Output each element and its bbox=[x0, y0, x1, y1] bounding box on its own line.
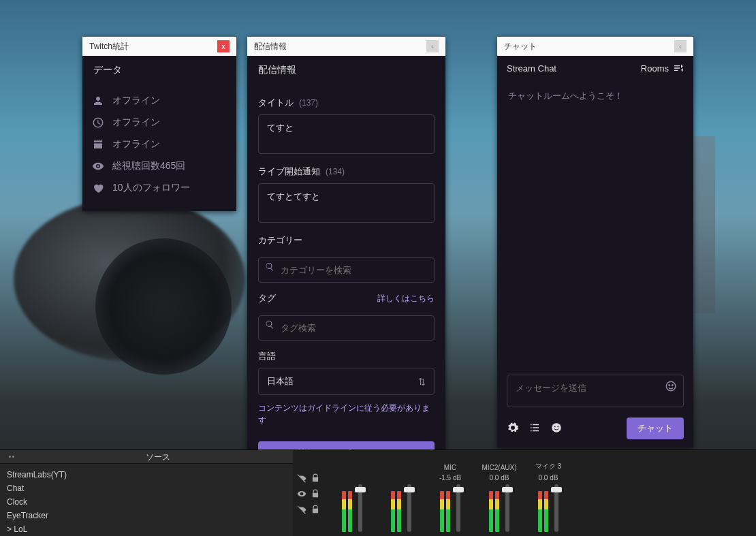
stat-clip: オフライン bbox=[92, 133, 227, 155]
mixer-channel bbox=[334, 479, 371, 532]
clapper-icon bbox=[92, 138, 104, 151]
gear-icon[interactable] bbox=[507, 422, 519, 436]
channel-slider[interactable] bbox=[358, 484, 362, 532]
stat-followers: 10人のフォロワー bbox=[92, 177, 227, 199]
panel-title: 配信情報 bbox=[254, 37, 287, 56]
svg-point-4 bbox=[554, 426, 556, 427]
tag-search-input[interactable] bbox=[258, 315, 435, 341]
channel-db: 0.0 dB bbox=[490, 474, 509, 482]
person-icon bbox=[92, 95, 104, 107]
lang-value: 日本語 bbox=[267, 375, 294, 388]
channel-name: MIC bbox=[444, 464, 456, 471]
chat-send-button[interactable]: チャット bbox=[627, 417, 684, 439]
channel-meters bbox=[489, 484, 509, 532]
guideline-link[interactable]: コンテンツはガイドラインに従う必要があります bbox=[258, 402, 435, 426]
smiley-icon[interactable] bbox=[550, 422, 563, 436]
list-icon[interactable] bbox=[529, 422, 541, 436]
clock-icon bbox=[92, 116, 104, 129]
close-icon[interactable]: ‹ bbox=[426, 40, 439, 52]
stat-text: 10人のフォロワー bbox=[112, 182, 190, 194]
chat-panel: チャット ‹ Stream Chat Rooms チャットルームへようこそ！ チ… bbox=[497, 37, 693, 447]
stat-text: オフライン bbox=[112, 116, 160, 129]
source-item[interactable]: EyeTracker bbox=[7, 509, 286, 522]
stat-text: オフライン bbox=[112, 95, 160, 107]
obs-sources-tab[interactable]: ソース bbox=[23, 450, 293, 464]
bg-wheel-blob bbox=[95, 238, 232, 375]
stat-text: 総視聴回数465回 bbox=[112, 160, 185, 172]
title-count: (137) bbox=[299, 98, 318, 108]
channel-slider[interactable] bbox=[456, 484, 460, 532]
lang-label: 言語 bbox=[258, 350, 435, 362]
category-search-input[interactable] bbox=[258, 257, 435, 283]
chat-subheader: Stream Chat Rooms bbox=[497, 56, 693, 80]
chat-messages: チャットルームへようこそ！ bbox=[497, 80, 693, 375]
rooms-icon bbox=[673, 63, 684, 74]
notify-label-text: ライブ開始通知 bbox=[258, 165, 320, 178]
emote-icon[interactable] bbox=[665, 380, 677, 394]
obs-source-list: StreamLabs(YT)ChatClockEyeTracker> LoLGC… bbox=[0, 464, 293, 536]
chat-welcome: チャットルームへようこそ！ bbox=[508, 90, 682, 102]
rooms-label: Rooms bbox=[641, 63, 669, 74]
stat-views: 総視聴回数465回 bbox=[92, 155, 227, 177]
channel-name: マイク 3 bbox=[535, 462, 561, 471]
title-input[interactable] bbox=[258, 114, 435, 154]
streaminfo-section-title: 配信情報 bbox=[247, 56, 445, 84]
close-icon[interactable]: x bbox=[217, 40, 230, 52]
search-icon bbox=[265, 319, 274, 331]
stats-list: オフライン オフライン オフライン 総視聴回数465回 10人のフォロワー bbox=[82, 84, 236, 211]
mixer-channel: MIC-1.5 dB bbox=[432, 464, 469, 532]
channel-slider[interactable] bbox=[505, 484, 509, 532]
stream-info-panel: 配信情報 ‹ 配信情報 タイトル (137) ライブ開始通知 (134) カテゴ… bbox=[247, 37, 445, 479]
stats-section-title: データ bbox=[82, 56, 236, 84]
chevron-updown-icon: ⇅ bbox=[418, 377, 426, 387]
twitch-stats-panel: Twitch統計 x データ オフライン オフライン オフライン 総視聴回数46… bbox=[82, 37, 236, 211]
search-icon bbox=[265, 262, 274, 273]
panel-header-streaminfo[interactable]: 配信情報 ‹ bbox=[247, 37, 445, 56]
source-item[interactable]: Clock bbox=[7, 495, 286, 509]
channel-db: -1.5 dB bbox=[439, 474, 461, 482]
stat-followers-status: オフライン bbox=[92, 90, 227, 112]
tag-label: タグ bbox=[258, 292, 276, 304]
source-item[interactable]: StreamLabs(YT) bbox=[7, 468, 286, 482]
chat-subtitle: Stream Chat bbox=[507, 63, 556, 74]
channel-meters bbox=[538, 484, 558, 532]
stat-text: オフライン bbox=[112, 138, 160, 151]
mixer-channel: マイク 30.0 dB bbox=[530, 462, 567, 532]
tag-more-link[interactable]: 詳しくはこちら bbox=[377, 293, 435, 304]
mixer-channel: MIC2(AUX)0.0 dB bbox=[481, 464, 518, 532]
source-item[interactable]: > LoL bbox=[7, 522, 286, 536]
panel-header-chat[interactable]: チャット ‹ bbox=[497, 37, 693, 56]
lang-select[interactable]: 日本語 ⇅ bbox=[258, 368, 435, 395]
mixer-channel bbox=[383, 479, 420, 532]
obs-scene-tab[interactable] bbox=[0, 450, 23, 464]
svg-point-3 bbox=[552, 423, 561, 432]
obs-mixer: MIC-1.5 dBMIC2(AUX)0.0 dBマイク 30.0 dB bbox=[293, 450, 756, 536]
panel-header-stats[interactable]: Twitch統計 x bbox=[82, 37, 236, 56]
notify-label: ライブ開始通知 (134) bbox=[258, 165, 435, 178]
notify-count: (134) bbox=[326, 167, 345, 176]
panel-title: チャット bbox=[504, 37, 537, 56]
title-label-text: タイトル bbox=[258, 97, 294, 109]
obs-dock: ソース StreamLabs(YT)ChatClockEyeTracker> L… bbox=[0, 450, 756, 536]
panel-title: Twitch統計 bbox=[89, 37, 129, 56]
eye-icon bbox=[92, 160, 104, 172]
notify-input[interactable] bbox=[258, 183, 435, 223]
heart-icon bbox=[92, 182, 104, 194]
obs-sources-pane: ソース StreamLabs(YT)ChatClockEyeTracker> L… bbox=[0, 450, 293, 536]
svg-point-5 bbox=[557, 426, 558, 427]
chat-input[interactable] bbox=[507, 375, 684, 407]
channel-slider[interactable] bbox=[407, 484, 411, 532]
channel-name: MIC2(AUX) bbox=[482, 464, 516, 471]
svg-point-0 bbox=[666, 381, 676, 391]
channel-meters bbox=[440, 484, 460, 532]
channel-db: 0.0 dB bbox=[539, 474, 558, 482]
channel-meters bbox=[391, 484, 411, 532]
category-label: カテゴリー bbox=[258, 234, 435, 247]
svg-point-2 bbox=[672, 385, 674, 386]
close-icon[interactable]: ‹ bbox=[674, 40, 687, 52]
rooms-toggle[interactable]: Rooms bbox=[641, 63, 684, 74]
tag-label-row: タグ 詳しくはこちら bbox=[258, 292, 435, 304]
source-item[interactable]: Chat bbox=[7, 482, 286, 495]
channel-meters bbox=[342, 484, 362, 532]
channel-slider[interactable] bbox=[554, 484, 558, 532]
